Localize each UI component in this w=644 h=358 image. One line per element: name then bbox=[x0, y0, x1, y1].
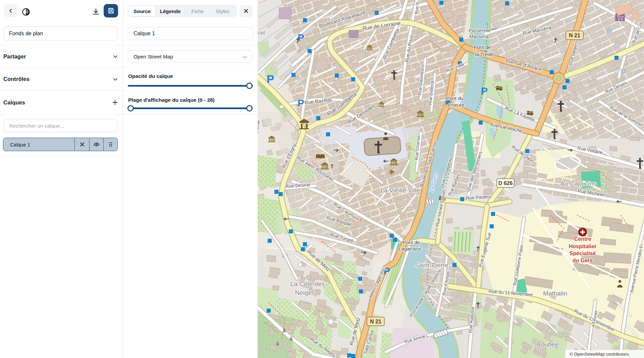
svg-text:N 21: N 21 bbox=[370, 319, 381, 324]
svg-text:Spécialisé: Spécialisé bbox=[570, 251, 596, 256]
svg-text:Centre: Centre bbox=[574, 236, 591, 242]
svg-text:D 626: D 626 bbox=[498, 180, 513, 186]
svg-text:P: P bbox=[481, 85, 488, 96]
svg-text:Pont de: Pont de bbox=[402, 239, 420, 245]
svg-text:La Vieille Ville: La Vieille Ville bbox=[380, 187, 420, 194]
svg-text:Saint-Pierre: Saint-Pierre bbox=[415, 262, 448, 269]
svg-text:la Treille: la Treille bbox=[475, 51, 494, 57]
svg-text:P: P bbox=[620, 67, 626, 77]
svg-text:Masséna: Masséna bbox=[470, 34, 489, 39]
svg-text:du Gers: du Gers bbox=[573, 258, 593, 263]
svg-text:Rue d: Rue d bbox=[414, 2, 420, 14]
svg-text:Pont du: Pont du bbox=[446, 95, 464, 101]
svg-text:Pont de: Pont de bbox=[474, 44, 491, 50]
svg-text:Neiges: Neiges bbox=[295, 289, 315, 296]
svg-text:P: P bbox=[298, 32, 304, 43]
svg-text:P: P bbox=[298, 97, 304, 108]
svg-text:Au Capucins: Au Capucins bbox=[560, 180, 596, 187]
svg-text:P: P bbox=[606, 27, 612, 37]
svg-text:Prieuré: Prieuré bbox=[448, 102, 464, 108]
svg-text:La Côte des: La Côte des bbox=[290, 280, 325, 287]
svg-text:Lagarrasic: Lagarrasic bbox=[398, 246, 422, 252]
svg-text:🛒: 🛒 bbox=[351, 32, 357, 38]
svg-text:rail: rail bbox=[258, 30, 265, 36]
svg-text:Mathalin: Mathalin bbox=[543, 290, 567, 297]
svg-text:P: P bbox=[267, 73, 274, 85]
svg-text:✳: ✳ bbox=[389, 168, 395, 176]
svg-text:N 21: N 21 bbox=[569, 33, 580, 38]
svg-text:Hospitalier: Hospitalier bbox=[569, 243, 597, 249]
svg-text:Passerelle: Passerelle bbox=[469, 28, 491, 33]
svg-text:© OpenStreetMap contributors.: © OpenStreetMap contributors. bbox=[570, 352, 630, 357]
svg-text:Boubée: Boubée bbox=[537, 341, 559, 348]
